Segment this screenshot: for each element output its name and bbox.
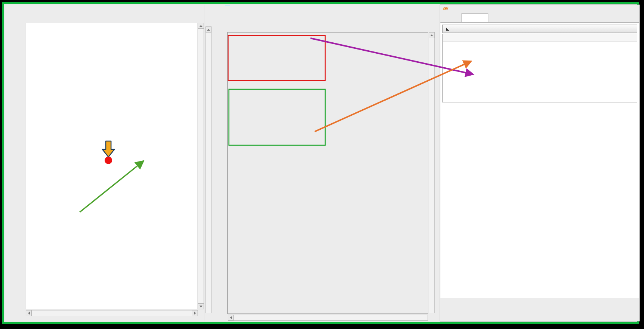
seismic-scroll-left-button[interactable] [228, 315, 234, 321]
column-header-module-name[interactable] [551, 34, 637, 42]
map-scroll-left-button[interactable] [26, 310, 32, 316]
tab-vistas[interactable] [461, 13, 488, 22]
map-scroll-up-button[interactable] [198, 23, 204, 29]
seismic-left-scrollbar[interactable] [205, 26, 212, 313]
map-scroll-down-button[interactable] [198, 303, 204, 309]
seismic-scroll-up-button2[interactable] [429, 32, 435, 38]
map-scroll-right-button[interactable] [192, 310, 198, 316]
down-arrow-icon [199, 306, 202, 307]
properties-titlebar: /9/ [440, 5, 639, 13]
tab-view[interactable] [443, 13, 461, 22]
vista-items-header[interactable] [442, 25, 637, 33]
map-horizontal-scrollbar[interactable] [26, 310, 198, 316]
seismic-scroll-up-button[interactable] [205, 26, 212, 33]
location-map-panel [5, 5, 204, 321]
column-header-item-name[interactable] [442, 34, 552, 42]
app-logo-icon: /9/ [443, 6, 448, 11]
tab-separator [490, 14, 490, 22]
up-arrow-icon [430, 34, 433, 36]
up-arrow-icon [207, 29, 210, 31]
map-vertical-scrollbar[interactable] [198, 23, 204, 309]
up-arrow-icon [199, 25, 202, 27]
seismic-right-scrollbar[interactable] [429, 32, 435, 313]
collapse-triangle-icon [446, 27, 449, 31]
vista-items-tree [442, 42, 637, 102]
properties-panel: /9/ [440, 5, 640, 321]
seismic-canvas[interactable] [227, 32, 428, 314]
left-arrow-icon [230, 316, 232, 319]
seismic-horizontal-scrollbar[interactable] [228, 315, 428, 321]
map-plot-area[interactable] [26, 23, 198, 309]
application-window: /9/ [0, 0, 644, 329]
properties-tabs [440, 13, 639, 22]
right-arrow-icon [194, 312, 196, 315]
left-arrow-icon [28, 312, 30, 315]
